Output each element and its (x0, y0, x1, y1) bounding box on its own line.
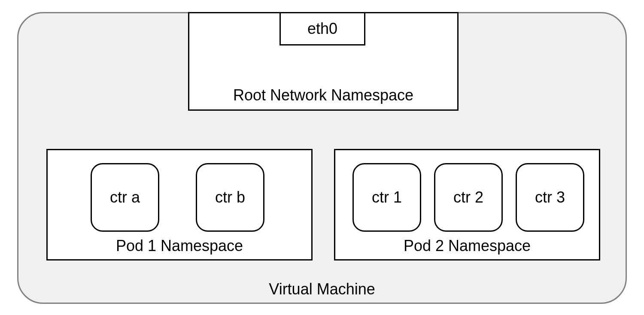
container-a-box: ctr a (91, 163, 159, 232)
pod1-label: Pod 1 Namespace (48, 237, 311, 255)
pod2-namespace-box: ctr 1 ctr 2 ctr 3 Pod 2 Namespace (334, 149, 600, 260)
virtual-machine-box: eth0 Root Network Namespace ctr a ctr b … (17, 12, 627, 304)
container-a-label: ctr a (110, 188, 140, 206)
container-b-box: ctr b (196, 163, 264, 232)
root-namespace-label: Root Network Namespace (189, 86, 457, 104)
container-b-label: ctr b (215, 188, 245, 206)
container-1-label: ctr 1 (372, 188, 402, 206)
container-2-label: ctr 2 (453, 188, 483, 206)
eth0-interface-box: eth0 (279, 12, 365, 45)
virtual-machine-label: Virtual Machine (18, 280, 626, 298)
container-3-label: ctr 3 (535, 188, 565, 206)
root-network-namespace-box: eth0 Root Network Namespace (188, 12, 459, 111)
eth0-label: eth0 (307, 20, 337, 38)
container-3-box: ctr 3 (516, 163, 584, 232)
pod2-label: Pod 2 Namespace (335, 237, 599, 255)
container-2-box: ctr 2 (434, 163, 503, 232)
pod1-namespace-box: ctr a ctr b Pod 1 Namespace (46, 149, 313, 260)
container-1-box: ctr 1 (352, 163, 421, 232)
